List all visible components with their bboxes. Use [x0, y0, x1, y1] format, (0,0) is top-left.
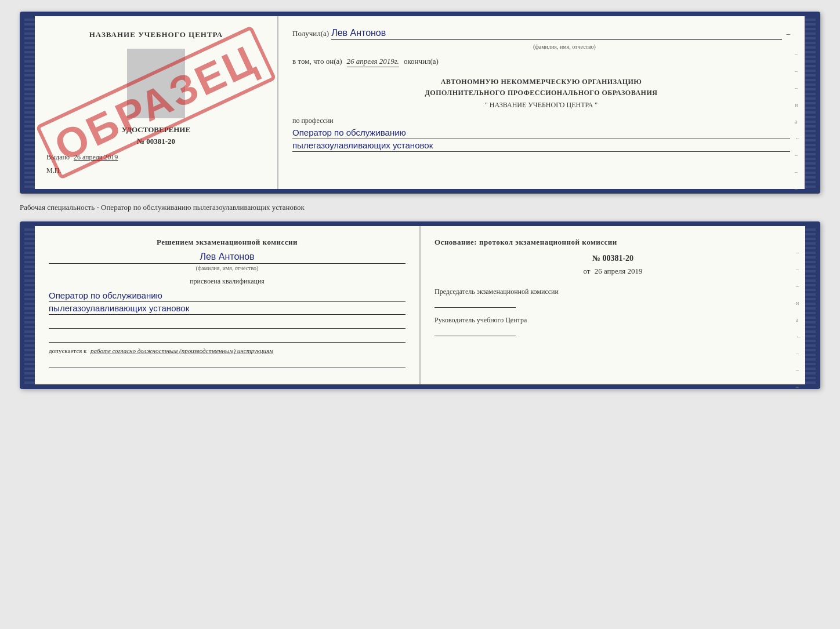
- bottom-cert-right-page: Основание: протокол экзаменационной коми…: [421, 226, 805, 384]
- director-block: Руководитель учебного Центра: [435, 316, 791, 336]
- org-line2: ДОПОЛНИТЕЛЬНОГО ПРОФЕССИОНАЛЬНОГО ОБРАЗО…: [292, 88, 790, 99]
- issued-date: 26 апреля 2019: [74, 153, 118, 161]
- blank-line-3: [49, 359, 405, 368]
- cert-mp: М.П.: [46, 166, 266, 175]
- completed-prefix: в том, что он(а): [292, 57, 342, 66]
- admitted-text: допускается к работе согласно должностны…: [49, 347, 405, 354]
- completed-date: 26 апреля 2019г.: [347, 57, 399, 67]
- cert-number: № 00381-20: [46, 137, 266, 146]
- chairman-signature-line: [435, 299, 516, 308]
- top-certificate: НАЗВАНИЕ УЧЕБНОГО ЦЕНТРА УДОСТОВЕРЕНИЕ №…: [20, 12, 820, 194]
- director-signature-line: [435, 327, 516, 336]
- bottom-certificate: Решением экзаменационной комиссии Лев Ан…: [20, 221, 820, 389]
- blank-line-1: [49, 319, 405, 329]
- decision-title: Решением экзаменационной комиссии: [49, 238, 405, 247]
- issued-label: Выдано: [46, 153, 70, 161]
- cert-title: НАЗВАНИЕ УЧЕБНОГО ЦЕНТРА: [46, 30, 266, 39]
- received-name: Лев Антонов: [331, 28, 781, 40]
- chairman-label: Председатель экзаменационной комиссии: [435, 288, 791, 296]
- basis-title: Основание: протокол экзаменационной коми…: [435, 238, 791, 247]
- director-label: Руководитель учебного Центра: [435, 316, 791, 325]
- bottom-cert-left-page: Решением экзаменационной комиссии Лев Ан…: [35, 226, 421, 384]
- book-spine-right-top: [805, 16, 816, 189]
- completed-line: в том, что он(а) 26 апреля 2019г. окончи…: [292, 57, 790, 67]
- side-marks-top: – – – и а ← – – –: [795, 51, 801, 192]
- fio-hint-top: (фамилия, имя, отчество): [339, 43, 790, 50]
- basis-date: от 26 апреля 2019: [435, 267, 791, 276]
- document-container: НАЗВАНИЕ УЧЕБНОГО ЦЕНТРА УДОСТОВЕРЕНИЕ №…: [20, 12, 820, 389]
- book-spine-bottom-right: [805, 226, 816, 384]
- admitted-prefix: допускается к: [49, 347, 86, 354]
- separator-text: Рабочая специальность - Оператор по обсл…: [20, 201, 820, 214]
- completed-suffix: окончил(а): [404, 57, 439, 66]
- chairman-block: Председатель экзаменационной комиссии: [435, 288, 791, 308]
- blank-line-2: [49, 333, 405, 343]
- profession-label: по профессии: [292, 117, 790, 125]
- cert-subtitle: УДОСТОВЕРЕНИЕ: [46, 125, 266, 134]
- org-line1: АВТОНОМНУЮ НЕКОММЕРЧЕСКУЮ ОРГАНИЗАЦИЮ: [292, 77, 790, 88]
- decision-fio-hint: (фамилия, имя, отчество): [49, 265, 405, 271]
- photo-placeholder: [127, 49, 185, 118]
- basis-number: № 00381-20: [435, 254, 791, 263]
- top-cert-left-page: НАЗВАНИЕ УЧЕБНОГО ЦЕНТРА УДОСТОВЕРЕНИЕ №…: [35, 16, 278, 189]
- qualification-value-1: Оператор по обслуживанию: [49, 290, 405, 302]
- org-block: АВТОНОМНУЮ НЕКОММЕРЧЕСКУЮ ОРГАНИЗАЦИЮ ДО…: [292, 77, 790, 99]
- org-name: " НАЗВАНИЕ УЧЕБНОГО ЦЕНТРА ": [292, 101, 790, 110]
- basis-date-value: 26 апреля 2019: [595, 267, 643, 275]
- book-spine-bottom-left: [24, 226, 35, 384]
- cert-issued: Выдано 26 апреля 2019: [46, 153, 266, 162]
- basis-date-prefix: от: [583, 267, 590, 275]
- admitted-work-text: работе согласно должностным (производств…: [90, 347, 273, 354]
- profession-value-1: Оператор по обслуживанию: [292, 128, 790, 139]
- decision-name: Лев Антонов: [49, 252, 405, 264]
- profession-value-2: пылегазоулавливающих установок: [292, 140, 790, 152]
- decision-assigned: присвоена квалификация: [49, 277, 405, 286]
- qualification-value-2: пылегазоулавливающих установок: [49, 303, 405, 315]
- side-marks-bottom: – – – и а ← – – –: [796, 249, 802, 390]
- top-cert-right-page: Получил(а) Лев Антонов – (фамилия, имя, …: [278, 16, 805, 189]
- received-label: Получил(а): [292, 29, 329, 38]
- book-spine-left: [24, 16, 35, 189]
- received-line: Получил(а) Лев Антонов –: [292, 28, 790, 40]
